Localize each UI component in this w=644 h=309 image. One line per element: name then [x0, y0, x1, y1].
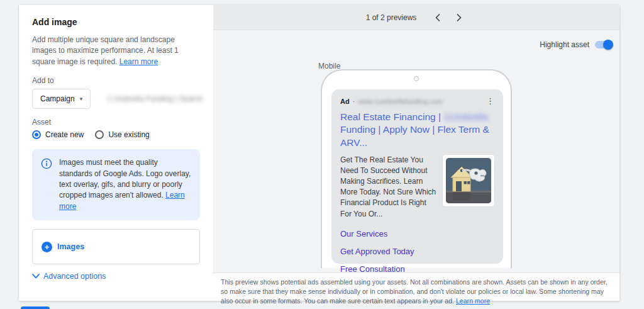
ad-image-asset[interactable]	[443, 155, 494, 206]
images-upload-box: + Images	[32, 229, 200, 264]
radio-use-existing-label: Use existing	[108, 130, 149, 139]
phone-mockup: Ad · www.1umbrellafunding.com ⋮ Real Est…	[321, 69, 512, 268]
info-icon	[41, 158, 52, 212]
ad-header: Ad · www.1umbrellafunding.com ⋮	[340, 97, 494, 105]
house-keys-image	[446, 158, 491, 203]
add-image-dialog: Add image Add multiple unique square and…	[19, 5, 619, 301]
radio-unselected-icon	[95, 130, 104, 139]
preview-body: Highlight asset Mobile Ad · www.1umbrell…	[213, 30, 619, 301]
radio-selected-icon	[32, 130, 41, 139]
asset-radio-group: Create new Use existing	[32, 130, 200, 139]
disclaimer-text: This preview shows potential ads assembl…	[221, 278, 608, 305]
dropdown-arrow-icon: ▾	[80, 96, 83, 102]
save-button-partial[interactable]	[21, 306, 50, 309]
ad-headline[interactable]: Real Estate Financing | 1Umbrella Fundin…	[340, 111, 494, 149]
preview-pager-bar: 1 of 2 previews	[213, 5, 619, 30]
panel-description: Add multiple unique square and landscape…	[32, 35, 200, 67]
ad-badge: Ad	[340, 98, 350, 105]
quality-standards-notice: Images must meet the quality standards o…	[32, 149, 200, 220]
toggle-knob	[603, 40, 613, 50]
sitelink-get-approved[interactable]: Get Approved Today	[340, 247, 494, 256]
highlight-asset-control: Highlight asset	[540, 40, 612, 49]
preview-pane: 1 of 2 previews Highlight asset Mobile	[213, 5, 619, 301]
headline-part2: Funding | Apply Now | Flex Term & ARV...	[340, 124, 489, 147]
ad-body: Get The Real Estate You Need To Succeed …	[340, 155, 494, 219]
highlight-asset-label: Highlight asset	[540, 40, 589, 49]
sitelink-our-services[interactable]: Our Services	[340, 229, 494, 239]
asset-label: Asset	[32, 118, 200, 126]
ad-preview-card: Ad · www.1umbrellafunding.com ⋮ Real Est…	[331, 89, 503, 264]
campaign-value-redacted: 1 Umbrella Funding | Search	[107, 94, 203, 103]
headline-part1: Real Estate Financing |	[340, 111, 443, 122]
headline-redacted: 1Umbrella	[443, 111, 488, 122]
highlight-asset-toggle[interactable]	[595, 41, 612, 48]
radio-create-new-label: Create new	[45, 130, 84, 139]
radio-use-existing[interactable]: Use existing	[95, 130, 149, 139]
add-images-button[interactable]: + Images	[42, 242, 84, 252]
advanced-options-label: Advanced options	[43, 272, 106, 281]
learn-more-link[interactable]: Learn more	[119, 57, 158, 66]
pager-count: 1 of 2 previews	[366, 13, 417, 22]
panel-title: Add image	[32, 17, 200, 27]
campaign-dropdown[interactable]: Campaign ▾	[32, 89, 91, 109]
campaign-dropdown-label: Campaign	[40, 94, 75, 103]
ad-separator: ·	[353, 98, 355, 105]
ad-url-redacted: www.1umbrellafunding.com	[358, 98, 443, 105]
radio-create-new[interactable]: Create new	[32, 130, 84, 139]
disclaimer-learn-more-link[interactable]: Learn more	[456, 297, 490, 305]
add-images-label: Images	[57, 242, 84, 251]
preview-disclaimer: This preview shows potential ads assembl…	[213, 272, 619, 301]
add-to-label: Add to	[32, 76, 200, 85]
advanced-options-toggle[interactable]: Advanced options	[32, 272, 200, 281]
add-image-panel: Add image Add multiple unique square and…	[19, 5, 213, 301]
chevron-left-icon	[435, 14, 440, 21]
add-to-row: Campaign ▾ 1 Umbrella Funding | Search	[32, 89, 200, 109]
next-preview-button[interactable]	[452, 11, 467, 24]
previous-preview-button[interactable]	[430, 11, 445, 24]
chevron-right-icon	[457, 14, 462, 21]
camera-dot-icon	[414, 76, 419, 81]
kebab-menu-icon[interactable]: ⋮	[486, 97, 494, 105]
ad-description: Get The Real Estate You Need To Succeed …	[340, 155, 436, 219]
chevron-down-icon	[32, 274, 40, 279]
plus-icon: +	[42, 242, 52, 252]
quality-standards-text: Images must meet the quality standards o…	[59, 157, 191, 212]
